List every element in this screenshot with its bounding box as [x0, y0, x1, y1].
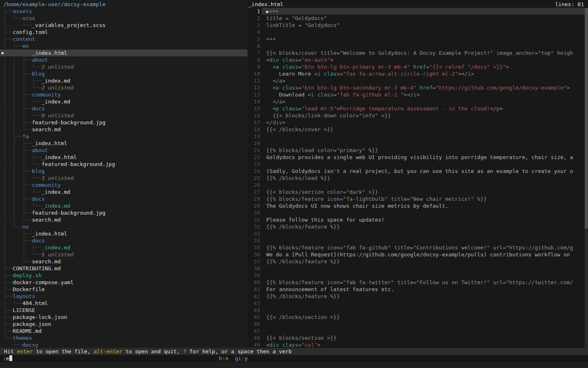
tree-row[interactable]: │ │ │ ├──_index.html: [0, 154, 247, 161]
code-line: 22Goldydocs provides a single web UI pro…: [247, 154, 585, 161]
command-input-value: :e: [3, 355, 9, 361]
tree-row[interactable]: ├──content: [0, 36, 247, 43]
tree-row[interactable]: ├──Dockerfile: [0, 286, 247, 293]
tree-row[interactable]: │ │ ├──blog: [0, 70, 247, 77]
code-line-text: [262, 265, 585, 272]
tree-row[interactable]: │ │ └──search.md: [0, 216, 247, 223]
command-input[interactable]: :e: [3, 355, 12, 362]
tree-row[interactable]: │ │ ├──community: [0, 91, 247, 98]
code-line: 33: [247, 230, 585, 237]
code-line-text: We do a [Pull Request](https://github.co…: [262, 251, 585, 258]
tree-item-label: _index.html: [32, 231, 67, 237]
tree-item-label: 5 unlisted: [42, 251, 74, 258]
tree-row[interactable]: │ │ │ └──_index.md: [0, 188, 247, 195]
tree-row[interactable]: │ │ ├──featured-background.jpg: [0, 119, 247, 126]
code-line: 30: [247, 209, 585, 216]
code-segment: =: [298, 342, 301, 348]
code-segment: >: [416, 92, 420, 98]
tree-branch-lines: │ │ ├──: [0, 71, 32, 77]
tree-row[interactable]: ├──package.json: [0, 321, 247, 328]
tree-row[interactable]: │ │ ├──_index.html: [0, 140, 247, 147]
tree-row[interactable]: │ ├──fa: [0, 133, 247, 140]
tree-branch-lines: ├──: [0, 265, 13, 272]
tree-branch-lines: │ │ │ └──: [0, 85, 42, 91]
preview-scrollbar[interactable]: [585, 8, 588, 348]
tree-row[interactable]: │ ├──en: [0, 43, 247, 49]
tree-row[interactable]: │ └──search.md: [0, 258, 247, 265]
tree-branch-lines: │ │ ├──: [0, 168, 32, 174]
code-line: 28{{% blocks/feature icon="fa-lightbulb"…: [247, 195, 585, 202]
code-segment: {{< /blocks/section >}}: [266, 314, 340, 320]
line-number: 34: [247, 237, 260, 244]
tree-row-selected[interactable]: ▶ │ │ ├──_index.html: [0, 49, 247, 56]
code-line: 38: [247, 265, 585, 272]
code-line: 29The Goldydocs UI now shows chair size …: [247, 202, 585, 209]
code-segment: [279, 57, 282, 63]
code-segment: i: [468, 71, 471, 77]
line-number: 9: [247, 63, 260, 70]
tree-item-label: themes: [13, 335, 32, 341]
tree-row[interactable]: │ └──404.html: [0, 300, 247, 307]
tree-row[interactable]: ├──CONTRIBUTING.md: [0, 265, 247, 272]
code-line-text: <p class="lead mt-5">Porridge temperatur…: [262, 105, 585, 112]
line-number: 36: [247, 251, 260, 258]
code-line-text: [262, 230, 585, 237]
tree-row[interactable]: │ │ │ └──_index.md: [0, 98, 247, 105]
code-line-text: {{% /blocks/feature %}}: [262, 258, 585, 265]
tree-row[interactable]: │ │ └──search.md: [0, 126, 247, 133]
code-segment: [279, 342, 282, 348]
tree-row[interactable]: └──docsy: [0, 341, 247, 348]
code-segment: {{< blocks/link-down color="info" >}}: [266, 112, 391, 119]
tree-row[interactable]: │ │ ├──docs: [0, 195, 247, 202]
tree-row[interactable]: │ └──scss: [0, 15, 247, 22]
status-bar: Hit enter to open the file, alt-enter to…: [0, 348, 588, 355]
tree-branch-lines: │ │ ├──: [0, 57, 32, 63]
tree-row[interactable]: ├──assets: [0, 8, 247, 15]
code-segment: {{% /blocks/feature %}}: [266, 258, 340, 265]
tree-row[interactable]: └──themes: [0, 334, 247, 341]
tree-row[interactable]: │ │ │ └──featured-background.jpg: [0, 161, 247, 168]
tree-row[interactable]: │ ├──docs: [0, 237, 247, 244]
code-segment: ></: [404, 92, 413, 98]
tree-row[interactable]: ├──LICENSE: [0, 307, 247, 314]
tree-row[interactable]: │ │ ├──blog: [0, 168, 247, 175]
line-number: 27: [247, 188, 260, 195]
code-line-text: {{< /blocks/section >}}: [262, 314, 585, 321]
tree-item-label: _index.html: [42, 154, 77, 160]
tree-row[interactable]: │ │ ├──featured-background.jpg: [0, 209, 247, 216]
code-line: 49<div class="col">: [247, 341, 585, 348]
tree-row[interactable]: │ │ ├──docs: [0, 105, 247, 112]
tree-root-path[interactable]: /home/example-user/docsy-example: [0, 1, 247, 8]
tree-row[interactable]: │ └──_variables_project.scss: [0, 22, 247, 29]
tree-row[interactable]: │ │ ├──about: [0, 147, 247, 154]
tree-row[interactable]: │ │ │ └──_index.md: [0, 202, 247, 209]
tree-row[interactable]: │ ├──_index.html: [0, 230, 247, 237]
line-number: 30: [247, 209, 260, 216]
tree-row[interactable]: ├──layouts: [0, 293, 247, 300]
tree-row[interactable]: │ └──no: [0, 223, 247, 230]
code-line: 45{{< /blocks/section >}}: [247, 314, 585, 321]
tree-row[interactable]: │ │ │ ├──_index.md: [0, 77, 247, 84]
code-line: 13 Download <i class="fab fa-github ml-2…: [247, 91, 585, 98]
tree-row[interactable]: ├──deploy.sh: [0, 272, 247, 279]
line-number: 13: [247, 91, 260, 98]
command-input-bar[interactable]: :e h:n gi:y: [0, 355, 588, 362]
tree-branch-lines: │ │ │ └──: [0, 99, 42, 105]
code-segment: a: [279, 78, 282, 84]
tree-row[interactable]: ├──docker-compose.yaml: [0, 279, 247, 286]
scrollbar-thumb[interactable]: [585, 8, 588, 229]
tree-row[interactable]: ├──package-lock.json: [0, 314, 247, 321]
code-line-text: {{% /blocks/lead %}}: [262, 175, 585, 182]
tree-branch-lines: │ │ │ ├──: [0, 78, 42, 84]
code-line: 41For announcement of latest features et…: [247, 286, 585, 293]
tree-row[interactable]: │ │ ├──about: [0, 56, 247, 63]
tree-row[interactable]: ├──README.md: [0, 328, 247, 334]
tree-row[interactable]: │ │ ├──_index.md: [0, 244, 247, 251]
tree-branch-lines: │ └──: [0, 22, 32, 28]
tree-row[interactable]: │ │ ├──community: [0, 182, 247, 188]
code-segment: "fas fa-arrow-alt-circle-right ml-2": [343, 71, 458, 77]
tree-row[interactable]: ├──config.toml: [0, 29, 247, 36]
tree-branch-lines: │ │ ├──: [0, 50, 32, 56]
line-number: 5: [247, 36, 260, 43]
tree-branch-lines: │ │ ├──: [0, 119, 32, 126]
